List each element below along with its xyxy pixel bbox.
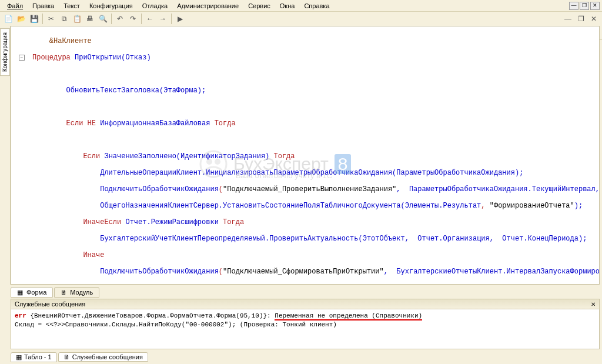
menu-text[interactable]: Текст xyxy=(59,1,85,11)
menu-edit[interactable]: Правка xyxy=(28,1,59,11)
min2-icon[interactable]: — xyxy=(562,13,574,25)
module-icon: 🗎 xyxy=(61,289,68,296)
code-editor[interactable]: &НаКлиенте −Процедура ПриОткрытии(Отказ)… xyxy=(11,26,600,285)
back-icon[interactable]: ← xyxy=(144,13,156,25)
tab-form[interactable]: ▦ Форма xyxy=(11,287,53,298)
doc-icon: 🗎 xyxy=(63,353,70,360)
kw-procedure: Процедура xyxy=(32,54,71,62)
menu-admin[interactable]: Администрирование xyxy=(172,1,243,11)
error-location: {ВнешнийОтчет.ДвижениеТоваров.Форма.Форм… xyxy=(30,312,270,319)
cut-icon[interactable]: ✂ xyxy=(45,13,57,25)
menu-items: Файл Правка Текст Конфигурация Отладка А… xyxy=(2,1,335,11)
grid-icon: ▦ xyxy=(16,353,22,361)
minimize-button[interactable]: — xyxy=(569,2,578,10)
menu-file[interactable]: Файл xyxy=(2,1,28,11)
menu-debug[interactable]: Отладка xyxy=(138,1,172,11)
menu-bar: Файл Правка Текст Конфигурация Отладка А… xyxy=(0,0,602,12)
menu-window[interactable]: Окна xyxy=(275,1,300,11)
error-badge: err xyxy=(15,312,26,319)
save-icon[interactable]: 💾 xyxy=(28,13,40,25)
toolbar-row-1: 📄 📂 💾 ✂ ⧉ 📋 🖶 🔍 ↶ ↷ ← → ▶ — ❐ ✕ xyxy=(0,12,602,26)
copy-icon[interactable]: ⧉ xyxy=(58,13,70,25)
error-detail: Склад = <<?>>Справочники.Склады.НайтиПоК… xyxy=(15,320,596,329)
code-long-op: ДлительныеОперацииКлиент.Инициализироват… xyxy=(100,169,523,177)
menu-service[interactable]: Сервис xyxy=(243,1,275,11)
tab-messages[interactable]: 🗎 Служебные сообщения xyxy=(58,352,148,362)
open-icon[interactable]: 📂 xyxy=(15,13,27,25)
status-tabs: ▦ Табло - 1 🗎 Служебные сообщения xyxy=(11,351,600,363)
find-icon[interactable]: 🔍 xyxy=(97,13,109,25)
undo-icon[interactable]: ↶ xyxy=(114,13,126,25)
tab-module[interactable]: 🗎 Модуль xyxy=(54,287,99,298)
code-content[interactable]: &НаКлиенте −Процедура ПриОткрытии(Отказ)… xyxy=(11,26,599,284)
directive-client: &НаКлиенте xyxy=(49,37,92,45)
messages-title-bar: Служебные сообщения ✕ xyxy=(11,299,599,309)
messages-pane: Служебные сообщения ✕ err {ВнешнийОтчет.… xyxy=(11,299,600,349)
messages-body[interactable]: err {ВнешнийОтчет.ДвижениеТоваров.Форма.… xyxy=(11,309,599,349)
new-icon[interactable]: 📄 xyxy=(2,13,14,25)
close-window-button[interactable]: ✕ xyxy=(590,2,600,10)
messages-close-icon[interactable]: ✕ xyxy=(591,301,596,308)
error-text: Переменная не определена (Справочники) xyxy=(275,312,422,320)
config-vertical-tab[interactable]: Конфигурация xyxy=(0,28,10,76)
proc-name: ПриОткрытии xyxy=(75,54,121,62)
messages-title: Служебные сообщения xyxy=(15,300,85,308)
menu-config[interactable]: Конфигурация xyxy=(85,1,138,11)
editor-tabs: ▦ Форма 🗎 Модуль xyxy=(11,286,600,299)
print-icon[interactable]: 🖶 xyxy=(84,13,96,25)
paste-icon[interactable]: 📋 xyxy=(71,13,83,25)
run-icon[interactable]: ▶ xyxy=(174,13,186,25)
close2-icon[interactable]: ✕ xyxy=(588,13,600,25)
kw-if: Если НЕ xyxy=(66,119,96,128)
menu-help[interactable]: Справка xyxy=(299,1,334,11)
tab-tablo[interactable]: ▦ Табло - 1 xyxy=(11,352,57,362)
max2-icon[interactable]: ❐ xyxy=(575,13,587,25)
forward-icon[interactable]: → xyxy=(157,13,169,25)
call-update: ОбновитьТекстЗаголовка xyxy=(66,86,159,95)
fold-minus-icon[interactable]: − xyxy=(19,55,25,61)
form-icon: ▦ xyxy=(17,289,24,296)
left-collapsed-panel: Конфигурация xyxy=(0,26,11,285)
redo-icon[interactable]: ↷ xyxy=(127,13,139,25)
proc-args: (Отказ) xyxy=(121,54,150,62)
maximize-button[interactable]: ❐ xyxy=(580,2,589,10)
